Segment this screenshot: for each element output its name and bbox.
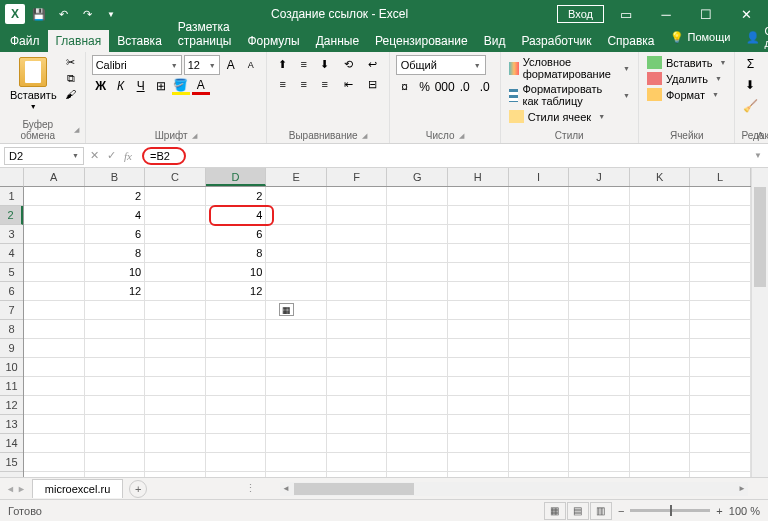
- cell[interactable]: [569, 301, 630, 320]
- qat-dropdown-icon[interactable]: ▼: [100, 3, 122, 25]
- cell[interactable]: [24, 206, 85, 225]
- column-header[interactable]: H: [448, 168, 509, 186]
- cell[interactable]: [387, 263, 448, 282]
- format-as-table-button[interactable]: Форматировать как таблицу▼: [507, 82, 632, 108]
- cell[interactable]: [266, 282, 327, 301]
- decrease-font-icon[interactable]: A: [242, 56, 260, 74]
- align-bottom-icon[interactable]: ⬇: [315, 55, 335, 73]
- column-header[interactable]: E: [266, 168, 327, 186]
- clear-icon[interactable]: 🧹: [741, 97, 759, 115]
- tab-help[interactable]: Справка: [599, 30, 662, 52]
- cell[interactable]: [630, 263, 691, 282]
- decrease-indent-icon[interactable]: ⇤: [339, 75, 359, 93]
- cell[interactable]: [630, 282, 691, 301]
- ribbon-display-icon[interactable]: ▭: [608, 0, 644, 28]
- cell[interactable]: [387, 320, 448, 339]
- cell[interactable]: [569, 263, 630, 282]
- cell[interactable]: 10: [85, 263, 146, 282]
- cell[interactable]: [630, 320, 691, 339]
- conditional-formatting-button[interactable]: Условное форматирование▼: [507, 55, 632, 81]
- cell[interactable]: [24, 244, 85, 263]
- tab-developer[interactable]: Разработчик: [513, 30, 599, 52]
- cell[interactable]: [24, 472, 85, 477]
- font-size-select[interactable]: 12▼: [184, 55, 220, 75]
- cell[interactable]: [569, 225, 630, 244]
- collapse-ribbon-icon[interactable]: ᐱ: [757, 130, 764, 141]
- cell[interactable]: [24, 358, 85, 377]
- zoom-level[interactable]: 100 %: [729, 505, 760, 517]
- cell[interactable]: [24, 282, 85, 301]
- dialog-launcher-icon[interactable]: ◢: [362, 132, 367, 140]
- cell[interactable]: [24, 263, 85, 282]
- cell[interactable]: [569, 377, 630, 396]
- cell[interactable]: [327, 377, 388, 396]
- excel-app-icon[interactable]: X: [4, 3, 26, 25]
- border-icon[interactable]: ⊞: [152, 77, 170, 95]
- confirm-formula-icon[interactable]: ✓: [107, 149, 116, 162]
- row-header[interactable]: 16: [0, 472, 23, 477]
- cell[interactable]: [690, 301, 751, 320]
- cell[interactable]: [145, 206, 206, 225]
- cell[interactable]: [266, 396, 327, 415]
- cell[interactable]: [630, 225, 691, 244]
- cell[interactable]: [448, 472, 509, 477]
- cell[interactable]: [387, 301, 448, 320]
- cell[interactable]: [509, 206, 570, 225]
- cell[interactable]: [327, 244, 388, 263]
- page-break-view-icon[interactable]: ▥: [590, 502, 612, 520]
- cell[interactable]: [448, 415, 509, 434]
- cell[interactable]: [145, 225, 206, 244]
- cell[interactable]: [509, 301, 570, 320]
- cell[interactable]: [85, 339, 146, 358]
- row-header[interactable]: 13: [0, 415, 23, 434]
- vertical-scrollbar[interactable]: [751, 168, 768, 477]
- cell[interactable]: 4: [206, 206, 267, 225]
- cell[interactable]: [569, 339, 630, 358]
- column-header[interactable]: B: [85, 168, 146, 186]
- cell[interactable]: [630, 472, 691, 477]
- cell[interactable]: [85, 377, 146, 396]
- cell[interactable]: [206, 415, 267, 434]
- align-top-icon[interactable]: ⬆: [273, 55, 293, 73]
- cell[interactable]: [145, 244, 206, 263]
- cell[interactable]: [24, 301, 85, 320]
- cell[interactable]: [690, 434, 751, 453]
- cell[interactable]: [24, 187, 85, 206]
- cell[interactable]: [145, 282, 206, 301]
- cell[interactable]: [387, 472, 448, 477]
- share-button[interactable]: 👤Общий доступ: [739, 22, 768, 52]
- decrease-decimal-icon[interactable]: .0: [476, 78, 494, 96]
- copy-icon[interactable]: ⧉: [63, 71, 79, 85]
- format-cells-button[interactable]: Формат▼: [645, 87, 729, 102]
- cell[interactable]: [387, 415, 448, 434]
- insert-cells-button[interactable]: Вставить▼: [645, 55, 729, 70]
- delete-cells-button[interactable]: Удалить▼: [645, 71, 729, 86]
- dialog-launcher-icon[interactable]: ◢: [192, 132, 197, 140]
- cell[interactable]: [448, 206, 509, 225]
- cell[interactable]: [24, 453, 85, 472]
- cell[interactable]: [448, 244, 509, 263]
- cell[interactable]: [690, 225, 751, 244]
- dialog-launcher-icon[interactable]: ◢: [459, 132, 464, 140]
- cell[interactable]: [387, 187, 448, 206]
- cell[interactable]: [266, 206, 327, 225]
- cell[interactable]: [327, 358, 388, 377]
- cell[interactable]: [327, 396, 388, 415]
- row-header[interactable]: 3: [0, 225, 23, 244]
- row-header[interactable]: 6: [0, 282, 23, 301]
- cell-styles-button[interactable]: Стили ячеек▼: [507, 109, 632, 124]
- cell[interactable]: [690, 358, 751, 377]
- row-header[interactable]: 12: [0, 396, 23, 415]
- expand-formula-bar-icon[interactable]: ▼: [748, 151, 768, 160]
- cell[interactable]: [569, 415, 630, 434]
- cell[interactable]: [630, 453, 691, 472]
- cell[interactable]: [630, 244, 691, 263]
- cell[interactable]: [266, 301, 327, 320]
- cell[interactable]: [630, 396, 691, 415]
- cell[interactable]: [85, 415, 146, 434]
- cell[interactable]: 8: [206, 244, 267, 263]
- cell[interactable]: [327, 434, 388, 453]
- cell[interactable]: [509, 434, 570, 453]
- cell[interactable]: [630, 187, 691, 206]
- cut-icon[interactable]: ✂: [63, 55, 79, 69]
